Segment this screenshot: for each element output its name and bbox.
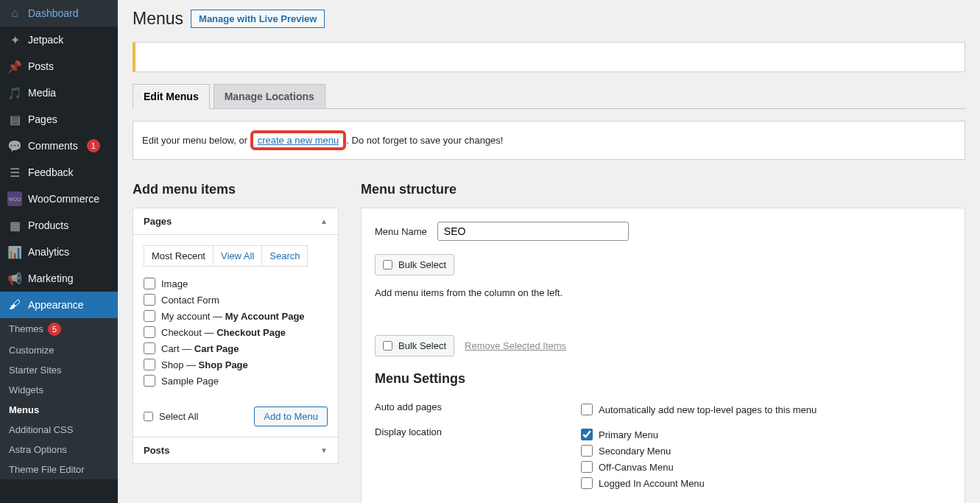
submenu-item-menus[interactable]: Menus xyxy=(0,400,118,420)
submenu-item-additional-css[interactable]: Additional CSS xyxy=(0,420,118,440)
remove-selected-link[interactable]: Remove Selected Items xyxy=(465,340,566,351)
page-item-checkbox[interactable] xyxy=(144,326,155,338)
sidebar-item-jetpack[interactable]: ✦Jetpack xyxy=(0,27,118,53)
jetpack-icon: ✦ xyxy=(7,32,22,47)
analytics-icon: 📊 xyxy=(7,245,22,259)
woo-icon: woo xyxy=(7,191,22,206)
sidebar-item-woocommerce[interactable]: wooWooCommerce xyxy=(0,186,118,212)
sidebar-item-comments[interactable]: 💬Comments1 xyxy=(0,133,118,159)
main-content: Menus Manage with Live Preview Edit Menu… xyxy=(118,0,980,503)
media-icon: 🎵 xyxy=(7,85,22,100)
location-checkbox[interactable] xyxy=(581,477,593,489)
nav-tabs: Edit Menus Manage Locations xyxy=(133,84,965,109)
menu-structure-panel: Menu Name Bulk Select Add menu items fro… xyxy=(361,208,965,503)
page-item[interactable]: Image xyxy=(144,275,328,292)
page-item-label: My account — My Account Page xyxy=(161,311,305,322)
comment-icon: 💬 xyxy=(7,138,22,153)
dashboard-icon: ⌂ xyxy=(7,6,22,21)
submenu-item-theme-file-editor[interactable]: Theme File Editor xyxy=(0,460,118,479)
manage-live-preview-button[interactable]: Manage with Live Preview xyxy=(191,10,325,28)
subtab-view-all[interactable]: View All xyxy=(214,246,262,266)
sidebar-item-label: Comments xyxy=(28,140,78,152)
location-label: Logged In Account Menu xyxy=(599,478,705,489)
sidebar-item-products[interactable]: ▦Products xyxy=(0,212,118,239)
bulk-select-top-text: Bulk Select xyxy=(398,259,446,270)
submenu-item-customize[interactable]: Customize xyxy=(0,340,118,360)
page-title: Menus xyxy=(133,9,183,29)
select-all-checkbox[interactable] xyxy=(144,412,153,421)
create-new-menu-link[interactable]: create a new menu xyxy=(258,135,339,146)
location-label: Off-Canvas Menu xyxy=(599,462,674,473)
bulk-select-bottom-button[interactable]: Bulk Select xyxy=(375,335,454,356)
subtab-search[interactable]: Search xyxy=(262,246,307,266)
location-option[interactable]: Primary Menu xyxy=(581,426,951,443)
sidebar-item-marketing[interactable]: 📢Marketing xyxy=(0,265,118,292)
bulk-select-top-button[interactable]: Bulk Select xyxy=(375,254,454,275)
add-to-menu-button[interactable]: Add to Menu xyxy=(254,407,328,426)
sidebar-item-pages[interactable]: ▤Pages xyxy=(0,106,118,133)
submenu-item-themes[interactable]: Themes5 xyxy=(0,318,118,340)
location-checkbox[interactable] xyxy=(581,461,593,473)
notice-banner xyxy=(133,42,965,72)
page-icon: ▤ xyxy=(7,112,22,127)
page-item-checkbox[interactable] xyxy=(144,310,155,322)
tab-manage-locations[interactable]: Manage Locations xyxy=(214,84,325,109)
display-location-label: Display location xyxy=(375,426,581,491)
page-item-label: Sample Page xyxy=(161,376,219,387)
sidebar-item-feedback[interactable]: ☰Feedback xyxy=(0,159,118,186)
tab-edit-menus[interactable]: Edit Menus xyxy=(133,84,210,109)
page-item[interactable]: Checkout — Checkout Page xyxy=(144,324,328,340)
auto-add-option[interactable]: Automatically add new top-level pages to… xyxy=(581,401,951,418)
auto-add-label: Auto add pages xyxy=(375,401,581,418)
sidebar-item-label: Appearance xyxy=(28,299,84,311)
posts-label: Posts xyxy=(144,445,169,456)
location-option[interactable]: Off-Canvas Menu xyxy=(581,459,951,475)
location-checkbox[interactable] xyxy=(581,445,593,457)
page-item[interactable]: Cart — Cart Page xyxy=(144,340,328,356)
add-items-heading: Add menu items xyxy=(133,182,339,197)
submenu-item-widgets[interactable]: Widgets xyxy=(0,380,118,400)
page-item[interactable]: Shop — Shop Page xyxy=(144,356,328,373)
page-item-label: Contact Form xyxy=(161,295,219,306)
bulk-select-bottom-checkbox[interactable] xyxy=(383,341,392,351)
page-item-checkbox[interactable] xyxy=(144,278,155,289)
page-item[interactable]: Contact Form xyxy=(144,292,328,308)
sidebar-item-media[interactable]: 🎵Media xyxy=(0,80,118,106)
sidebar-item-posts[interactable]: 📌Posts xyxy=(0,53,118,80)
select-all-label[interactable]: Select All xyxy=(144,411,198,422)
page-item[interactable]: Sample Page xyxy=(144,373,328,389)
submenu-item-starter-sites[interactable]: Starter Sites xyxy=(0,360,118,380)
page-item-checkbox[interactable] xyxy=(144,342,155,354)
sidebar-item-appearance[interactable]: 🖌Appearance xyxy=(0,292,118,318)
page-item[interactable]: My account — My Account Page xyxy=(144,308,328,324)
pages-accordion-header[interactable]: Pages ▲ xyxy=(133,208,338,235)
auto-add-checkbox[interactable] xyxy=(581,404,593,415)
menu-settings-heading: Menu Settings xyxy=(375,371,951,387)
page-item-label: Checkout — Checkout Page xyxy=(161,327,286,338)
menu-name-label: Menu Name xyxy=(375,226,427,237)
empty-hint: Add menu items from the column on the le… xyxy=(375,287,951,298)
menu-name-input[interactable] xyxy=(437,222,629,241)
caret-up-icon: ▲ xyxy=(320,217,328,225)
location-label: Primary Menu xyxy=(599,429,658,440)
location-option[interactable]: Secondary Menu xyxy=(581,443,951,459)
sidebar-item-label: Marketing xyxy=(28,272,73,284)
bulk-select-top-checkbox[interactable] xyxy=(383,260,392,270)
page-item-checkbox[interactable] xyxy=(144,359,155,370)
select-all-text: Select All xyxy=(159,411,198,422)
sidebar-item-analytics[interactable]: 📊Analytics xyxy=(0,239,118,265)
sidebar-item-label: Products xyxy=(28,219,68,231)
location-checkbox[interactable] xyxy=(581,429,593,440)
subtab-most-recent[interactable]: Most Recent xyxy=(144,246,214,266)
sidebar-item-dashboard[interactable]: ⌂Dashboard xyxy=(0,0,118,27)
location-option[interactable]: Logged In Account Menu xyxy=(581,475,951,491)
menu-structure-heading: Menu structure xyxy=(361,182,965,197)
instruction-bar: Edit your menu below, or create a new me… xyxy=(133,121,965,160)
posts-accordion-header[interactable]: Posts ▼ xyxy=(133,437,338,463)
sidebar-item-label: Posts xyxy=(28,60,54,72)
submenu-item-astra-options[interactable]: Astra Options xyxy=(0,440,118,460)
instruction-prefix: Edit your menu below, or xyxy=(142,135,250,146)
page-item-checkbox[interactable] xyxy=(144,294,155,306)
page-item-checkbox[interactable] xyxy=(144,375,155,387)
appearance-icon: 🖌 xyxy=(7,298,22,312)
